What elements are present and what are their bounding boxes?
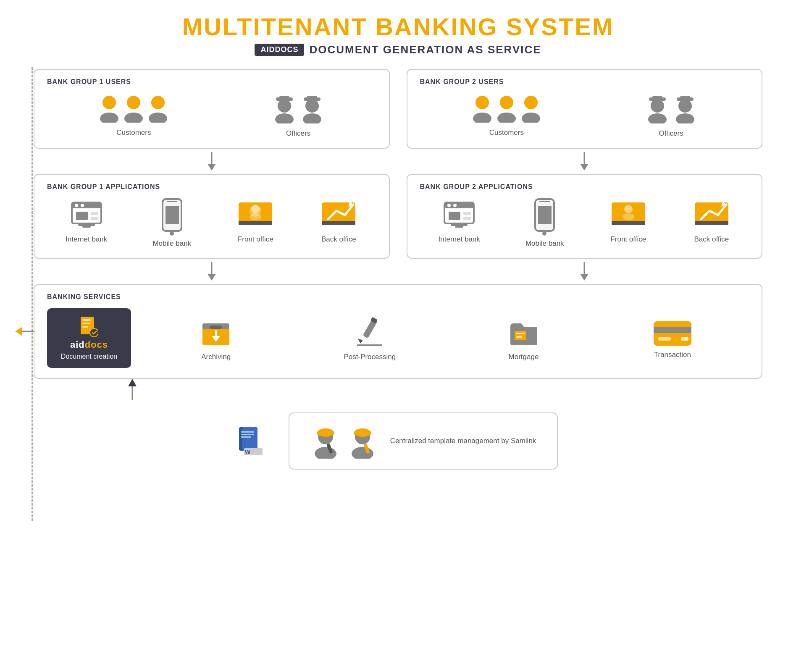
svg-rect-38 <box>91 217 98 220</box>
bank2-customer-icon-2 <box>496 94 518 123</box>
svg-rect-52 <box>322 221 355 225</box>
svg-rect-62 <box>455 226 463 228</box>
svg-rect-110 <box>241 436 251 438</box>
bank1-front-office: Front office <box>236 198 274 248</box>
bank2-internet-bank-label: Internet bank <box>439 235 480 244</box>
svg-rect-43 <box>167 201 177 202</box>
svg-rect-95 <box>516 333 525 334</box>
bank1-internet-bank: Internet bank <box>66 198 107 248</box>
bank2-officer-icon-1 <box>645 93 670 123</box>
arrow-down-3 <box>205 262 218 281</box>
bank1-customer-icons <box>98 94 169 123</box>
svg-point-17 <box>497 113 516 123</box>
services-content: aiddocs Document creation <box>47 308 749 368</box>
bank-group-1-users-label: BANK GROUP 1 USERS <box>47 78 376 86</box>
bank2-internet-bank: Internet bank <box>439 198 480 248</box>
template-management-label: Centralized template management by Samli… <box>390 437 536 445</box>
arrow-up-icon <box>126 379 139 400</box>
bank1-front-office-label: Front office <box>238 235 273 244</box>
svg-text:W: W <box>245 449 251 455</box>
bottom-section: W <box>34 412 762 470</box>
svg-point-5 <box>149 113 167 123</box>
svg-point-8 <box>278 99 291 113</box>
bank2-officer-icon-2 <box>673 93 698 123</box>
svg-rect-100 <box>681 337 688 341</box>
svg-rect-94 <box>515 331 526 340</box>
svg-point-56 <box>447 204 451 207</box>
arrow-row-1 <box>34 149 762 174</box>
svg-rect-108 <box>241 431 254 433</box>
transaction-item: Transaction <box>652 317 694 359</box>
bank2-front-office-label: Front office <box>610 235 646 244</box>
officer-icon-1 <box>272 93 297 123</box>
arrow-col-1 <box>34 149 390 174</box>
subtitle-row: AIDDOCS DOCUMENT GENERATION AS SERVICE <box>34 43 762 56</box>
svg-rect-81 <box>82 319 91 321</box>
customer-icon-3 <box>147 94 169 123</box>
bank2-back-office-label: Back office <box>694 235 729 244</box>
left-arrow-container <box>15 325 34 338</box>
bank1-customers-label: Customers <box>116 129 151 137</box>
arrow-down-1 <box>205 152 218 171</box>
svg-rect-37 <box>91 212 98 215</box>
svg-rect-98 <box>654 327 691 333</box>
svg-point-0 <box>102 96 116 109</box>
post-processing-icon <box>353 315 386 349</box>
bank2-back-office: Back office <box>693 198 730 248</box>
template-management-box: Centralized template management by Samli… <box>289 412 558 470</box>
bank1-back-office-label: Back office <box>321 235 356 244</box>
bank2-customer-icon-1 <box>471 94 493 123</box>
bank-group-1-users-col: BANK GROUP 1 USERS <box>34 69 390 149</box>
bank-group-2-users-col: BANK GROUP 2 USERS <box>407 69 763 149</box>
svg-point-35 <box>81 204 84 207</box>
bank-group-1-apps-content: Internet bank Mobile bank <box>47 198 376 248</box>
bank1-mobile-bank: Mobile bank <box>152 198 191 248</box>
arrow-down-4 <box>578 262 591 281</box>
svg-marker-79 <box>15 327 22 336</box>
svg-rect-96 <box>516 336 522 338</box>
svg-point-23 <box>648 113 667 123</box>
svg-point-117 <box>352 447 373 459</box>
post-processing-label: Post-Processing <box>344 353 396 361</box>
svg-rect-68 <box>612 221 645 225</box>
svg-point-2 <box>127 96 140 109</box>
svg-rect-109 <box>241 434 254 435</box>
arrow-col-2 <box>407 149 763 174</box>
word-icon: W <box>238 426 263 456</box>
bank2-customer-icons <box>471 94 542 123</box>
svg-rect-119 <box>354 433 371 435</box>
svg-rect-72 <box>695 221 728 225</box>
transaction-icon <box>652 317 694 346</box>
bank2-mobile-bank: Mobile bank <box>525 198 564 248</box>
internet-bank-icon-1 <box>70 198 103 232</box>
arrow-col-4 <box>407 259 763 284</box>
svg-point-27 <box>676 113 694 123</box>
svg-point-3 <box>124 113 143 123</box>
bank1-customers-group: Customers <box>98 94 169 137</box>
mortgage-icon <box>507 315 541 349</box>
banking-services-label: BANKING SERVICES <box>47 293 749 301</box>
doc-creation-label: Document creation <box>61 353 117 360</box>
svg-point-15 <box>473 113 491 123</box>
svg-rect-114 <box>317 433 334 435</box>
svg-point-22 <box>651 99 664 113</box>
svg-point-50 <box>250 213 261 220</box>
aiddocs-logo: aiddocs <box>70 339 108 350</box>
bank-group-2-users-box: BANK GROUP 2 USERS <box>407 69 763 149</box>
bank2-officers-label: Officers <box>659 129 683 138</box>
svg-marker-31 <box>580 164 588 171</box>
bank2-mobile-bank-label: Mobile bank <box>525 239 564 248</box>
arrow-col-3 <box>34 259 390 284</box>
back-office-icon-1 <box>320 198 357 232</box>
bank2-officers-group: Officers <box>645 93 698 138</box>
bank-group-2-users-label: BANK GROUP 2 USERS <box>420 78 749 86</box>
svg-point-13 <box>303 113 321 123</box>
svg-point-34 <box>75 204 78 207</box>
svg-rect-82 <box>82 323 91 324</box>
bank2-customer-icon-3 <box>520 94 542 123</box>
bank2-officer-icons <box>645 93 698 123</box>
svg-marker-102 <box>128 379 137 386</box>
bank-group-1-apps-col: BANK GROUP 1 APPLICATIONS <box>34 174 390 259</box>
users-row: BANK GROUP 1 USERS <box>34 69 762 149</box>
template-admin-icon-1 <box>310 423 341 459</box>
